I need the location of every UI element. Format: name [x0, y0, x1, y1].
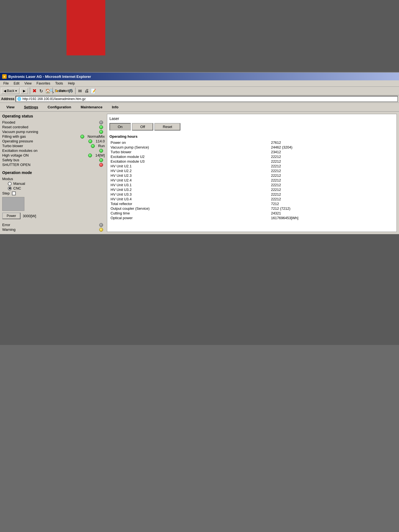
- forward-arrow-icon: ▶: [23, 89, 25, 93]
- right-panel: Laser On Off Reset Operating hours Power…: [107, 114, 397, 232]
- media-button[interactable]: 🎵: [68, 88, 73, 94]
- menu-bar: File Edit View Favorites Tools Help: [0, 80, 399, 87]
- favorites-button[interactable]: ★ Favorites: [61, 88, 67, 94]
- turbo-value: Run: [98, 144, 105, 148]
- modus-row: Modus: [2, 177, 105, 181]
- step-checkbox[interactable]: [12, 191, 16, 195]
- cnc-radio[interactable]: [8, 186, 12, 190]
- row-value-turbo: 23412: [265, 150, 394, 154]
- table-row: HV Unit U2.4 22212: [109, 178, 394, 183]
- table-row: Power on 27612: [109, 140, 394, 145]
- row-label-hv-u3-1: HV Unit U3.1: [109, 183, 265, 187]
- row-label-hv-u2-3: HV Unit U2.3: [109, 173, 265, 178]
- operating-status-section: Operating status Flooded Reset controlle…: [2, 114, 105, 167]
- cnc-label: CNC: [13, 186, 21, 190]
- nav-maintenance[interactable]: Maintenance: [76, 104, 107, 110]
- step-image: [2, 197, 24, 211]
- pressure-indicator: [88, 139, 92, 143]
- status-row-reset-controlled: Reset controlled: [2, 125, 105, 129]
- safety-label: Safety bus: [2, 158, 99, 162]
- reset-controlled-indicator: [99, 125, 103, 129]
- row-value-cutting-time: 24321: [265, 211, 394, 216]
- laser-on-button[interactable]: On: [109, 123, 131, 131]
- row-value-hv-u2-3: 22212: [265, 173, 394, 178]
- vacuum-pump-indicator: [99, 130, 103, 134]
- table-row: HV Unit U3.1 22212: [109, 183, 394, 187]
- row-value-hv-u3-2: 22212: [265, 187, 394, 192]
- status-row-vacuum-pump: Vacuum pump running: [2, 129, 105, 134]
- operating-hours-section: Operating hours Power on 27612 Vacuum pu…: [109, 134, 394, 220]
- menu-help[interactable]: Help: [66, 81, 77, 86]
- back-button[interactable]: ◀ Back ▾: [1, 88, 19, 94]
- laser-off-button[interactable]: Off: [132, 123, 153, 131]
- shutter-label: SHUTTER OPEN: [2, 163, 99, 167]
- menu-favorites[interactable]: Favorites: [34, 81, 52, 86]
- status-row-turbo: Turbo blower Run: [2, 144, 105, 148]
- reset-controlled-label: Reset controlled: [2, 125, 99, 129]
- menu-view[interactable]: View: [22, 81, 34, 86]
- row-label-vacuum-pump: Vacuum pump (Service): [109, 145, 265, 150]
- laser-reset-button[interactable]: Reset: [154, 123, 180, 131]
- stop-button[interactable]: ✖: [32, 88, 37, 94]
- row-label-hv-u2-4: HV Unit U2.4: [109, 178, 265, 183]
- forward-button[interactable]: ▶: [21, 88, 28, 94]
- operating-status-title: Operating status: [2, 114, 105, 118]
- row-label-hv-u2-2: HV Unit U2.2: [109, 168, 265, 173]
- modus-label: Modus: [2, 177, 105, 181]
- cnc-radio-dot: [9, 187, 11, 189]
- menu-edit[interactable]: Edit: [11, 81, 22, 86]
- row-value-hv-u2-1: 22212: [265, 164, 394, 168]
- nav-configuration[interactable]: Configuration: [43, 104, 76, 110]
- warning-label: Warning: [2, 227, 99, 232]
- row-value-hv-u2-4: 22212: [265, 178, 394, 183]
- row-value-total-reflector: 7212: [265, 201, 394, 206]
- star-icon: ★: [55, 89, 58, 93]
- nav-settings[interactable]: Settings: [19, 104, 43, 110]
- hv-value: 14[W]: [95, 153, 105, 157]
- operation-mode-title: Operation mode: [2, 170, 105, 175]
- row-label-total-reflector: Total reflector: [109, 201, 265, 206]
- row-value-vacuum-pump: 24462 (3204): [265, 145, 394, 150]
- operation-mode-section: Operation mode Modus Manual CNC: [2, 170, 105, 220]
- title-bar: e Bystronic Laser AG - Microsoft Interne…: [0, 73, 399, 80]
- edit-button[interactable]: 📝: [91, 88, 96, 94]
- nav-view[interactable]: View: [2, 104, 19, 110]
- table-row: Cutting time 24321: [109, 211, 394, 216]
- search-icon: 🔍: [49, 89, 54, 93]
- main-content: Operating status Flooded Reset controlle…: [0, 112, 399, 234]
- table-row: HV Unit U2.3 22212: [109, 173, 394, 178]
- menu-file[interactable]: File: [1, 81, 11, 86]
- nav-info[interactable]: Info: [107, 104, 123, 110]
- left-panel: Operating status Flooded Reset controlle…: [2, 114, 105, 232]
- error-section: Error Warning: [2, 222, 105, 232]
- row-value-optical-power: 1617696453[Wh]: [265, 216, 394, 220]
- mail-button[interactable]: ✉: [77, 88, 83, 94]
- page-icon: 🌐: [17, 97, 21, 101]
- back-arrow-icon: ◀: [4, 89, 6, 93]
- step-row: Step: [2, 191, 105, 196]
- row-value-hv-u3-3: 22212: [265, 192, 394, 197]
- print-button[interactable]: 🖨: [84, 88, 89, 94]
- filling-value: NormalMix: [88, 134, 105, 139]
- manual-radio-row: Manual: [2, 181, 105, 186]
- excitation-label: Excitation modules on: [2, 149, 99, 153]
- address-input[interactable]: 🌐 http://192.168.100.81/laseradminen.htm…: [16, 96, 398, 102]
- table-row: HV Unit U3.2 22212: [109, 187, 394, 192]
- power-button[interactable]: Power: [2, 213, 21, 219]
- red-decoration: [66, 0, 105, 55]
- table-row: Optical power 1617696453[Wh]: [109, 216, 394, 220]
- refresh-button[interactable]: ↻: [39, 88, 44, 94]
- menu-tools[interactable]: Tools: [53, 81, 65, 86]
- browser-window: e Bystronic Laser AG - Microsoft Interne…: [0, 72, 399, 234]
- row-label-output-coupler: Output coupler (Service): [109, 206, 265, 211]
- step-label: Step: [2, 191, 10, 195]
- row-label-hv-u3-2: HV Unit U3.2: [109, 187, 265, 192]
- row-value-exc-u2: 22212: [265, 154, 394, 159]
- table-row: HV Unit U3.3 22212: [109, 192, 394, 197]
- shutter-indicator: [99, 163, 103, 167]
- manual-radio[interactable]: [8, 182, 12, 186]
- status-row-flooded: Flooded: [2, 120, 105, 125]
- pressure-value: 114.0: [96, 139, 105, 143]
- browser-icon: e: [2, 74, 7, 79]
- hours-table: Power on 27612 Vacuum pump (Service) 244…: [109, 140, 394, 220]
